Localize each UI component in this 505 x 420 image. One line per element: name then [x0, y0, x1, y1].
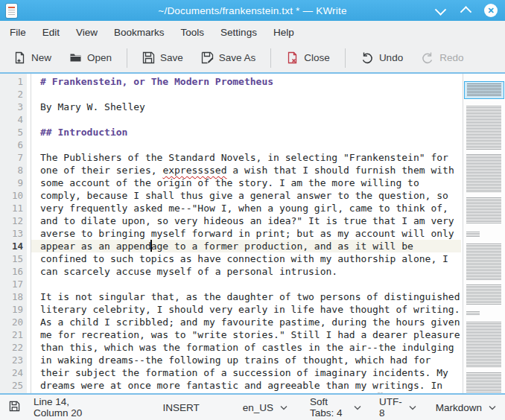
- minimap-paragraph: [466, 372, 501, 395]
- code-line: very frequently asked me--"How I, when a…: [31, 202, 461, 214]
- editor-view: 1234567891011121314151617181920212223242…: [0, 72, 505, 395]
- code-line: [31, 139, 461, 151]
- line-number: 18: [0, 290, 27, 303]
- code-line: [31, 278, 461, 290]
- code-line: me for recreation, was to "write stories…: [31, 328, 461, 341]
- line-number: 1: [0, 75, 27, 88]
- minimap-paragraph: [466, 154, 501, 193]
- dictionary-select[interactable]: en_US: [243, 402, 288, 413]
- code-line: and to dilate upon, so very hideous an i…: [31, 214, 461, 227]
- misspelled-word: expressssed: [162, 165, 226, 176]
- code-line: appear as an appendage to a former produ…: [31, 240, 461, 252]
- toolbar: New Open Save: [0, 43, 505, 72]
- save-icon: [142, 51, 155, 64]
- chevron-down-icon: [354, 405, 361, 410]
- undo-button[interactable]: Undo: [354, 48, 410, 68]
- new-document-icon: [13, 51, 26, 64]
- toolbar-separator: [270, 48, 271, 68]
- tab-mode-select[interactable]: Soft Tabs: 4: [310, 396, 361, 419]
- undo-icon: [361, 51, 374, 64]
- menu-bookmarks[interactable]: Bookmarks: [106, 24, 173, 41]
- menu-tools[interactable]: Tools: [173, 24, 213, 41]
- redo-button[interactable]: Redo: [414, 48, 470, 68]
- code-line: literary celebrity, I should very early …: [31, 303, 461, 316]
- line-number: 11: [0, 202, 27, 214]
- open-button-label: Open: [87, 52, 112, 63]
- line-number: 21: [0, 328, 27, 341]
- chevron-down-icon: [409, 405, 416, 410]
- minimap-paragraph: [466, 311, 480, 316]
- line-number: 24: [0, 366, 27, 379]
- close-document-icon: [286, 51, 299, 64]
- new-button-label: New: [31, 52, 51, 63]
- save-as-button-label: Save As: [219, 52, 256, 63]
- save-button[interactable]: Save: [136, 48, 190, 68]
- open-folder-icon: [69, 51, 82, 64]
- toolbar-separator: [127, 48, 127, 68]
- chevron-down-icon: [489, 405, 496, 410]
- kwrite-app-icon[interactable]: [6, 4, 17, 18]
- minimap-scrollbar[interactable]: [463, 74, 505, 393]
- menu-view[interactable]: View: [68, 24, 106, 41]
- minimize-icon[interactable]: [433, 4, 447, 17]
- line-number: 15: [0, 252, 27, 265]
- code-line: [31, 113, 461, 126]
- cursor-position[interactable]: Line 14, Column 20: [34, 396, 101, 419]
- code-line: # Frankenstein, or The Modern Prometheus: [31, 75, 461, 88]
- code-line: It is not singular that, as the daughter…: [31, 290, 461, 303]
- syntax-mode-select[interactable]: Markdown: [436, 402, 496, 413]
- save-as-icon: [201, 51, 214, 64]
- maximize-icon[interactable]: [459, 4, 472, 17]
- window-title: ~/Documents/frankenstein.txt * — KWrite: [0, 5, 505, 16]
- minimap-paragraph: [466, 106, 501, 150]
- save-as-button[interactable]: Save As: [194, 48, 263, 68]
- new-button[interactable]: New: [7, 48, 58, 68]
- line-number: 12: [0, 214, 27, 227]
- menu-file[interactable]: File: [1, 24, 34, 41]
- statusbar: Line 14, Column 20 INSERT en_US Soft Tab…: [0, 395, 505, 420]
- code-area[interactable]: # Frankenstein, or The Modern Prometheus…: [31, 74, 461, 393]
- line-number: 4: [0, 113, 27, 126]
- code-line: one of their series, expressssed a wish …: [31, 164, 461, 176]
- kwrite-window: ~/Documents/frankenstein.txt * — KWrite …: [0, 0, 505, 420]
- minimap-paragraph: [466, 232, 480, 238]
- code-line: their subject the formation of a success…: [31, 366, 461, 379]
- gutter: 1234567891011121314151617181920212223242…: [0, 74, 27, 393]
- encoding-select[interactable]: UTF-8: [379, 396, 416, 419]
- code-line: than this, which was the formation of ca…: [31, 341, 461, 354]
- line-number: 23: [0, 354, 27, 366]
- input-mode[interactable]: INSERT: [163, 402, 200, 413]
- code-line: averse to bringing myself forward in pri…: [31, 227, 461, 240]
- minimap-paragraph: [466, 197, 501, 224]
- line-number: 14: [0, 240, 27, 252]
- chevron-down-icon: [280, 405, 288, 410]
- code-line: By Mary W. Shelley: [31, 101, 461, 113]
- menu-edit[interactable]: Edit: [34, 24, 68, 41]
- menu-settings[interactable]: Settings: [212, 24, 265, 41]
- code-line: As a child I scribbled; and my favourite…: [31, 316, 461, 328]
- code-line: The Publishers of the Standard Novels, i…: [31, 151, 461, 164]
- code-line: ## Introduction: [31, 126, 461, 139]
- code-line: the latter I was a close imitator--rathe…: [31, 392, 461, 393]
- menu-help[interactable]: Help: [265, 24, 302, 41]
- line-number: 26: [0, 392, 27, 395]
- open-button[interactable]: Open: [63, 48, 118, 68]
- line-number: 13: [0, 227, 27, 240]
- line-number: 16: [0, 265, 27, 278]
- line-number: 10: [0, 189, 27, 202]
- close-button[interactable]: Close: [279, 48, 337, 68]
- line-number: 6: [0, 139, 27, 151]
- encoding-label: UTF-8: [379, 396, 402, 419]
- line-number: 20: [0, 316, 27, 328]
- line-number: 7: [0, 151, 27, 164]
- minimap-viewport[interactable]: [464, 81, 504, 99]
- code-line: comply, because I shall thus give a gene…: [31, 189, 461, 202]
- minimap-content: [463, 82, 505, 395]
- menubar: File Edit View Bookmarks Tools Settings …: [0, 21, 505, 43]
- code-line: some account of the origin of the story.…: [31, 176, 461, 189]
- close-window-icon[interactable]: ✕: [484, 4, 498, 17]
- modified-floppy-icon: [9, 401, 20, 414]
- save-button-label: Save: [160, 52, 183, 63]
- minimap-paragraph: [466, 244, 501, 281]
- line-number: 19: [0, 303, 27, 316]
